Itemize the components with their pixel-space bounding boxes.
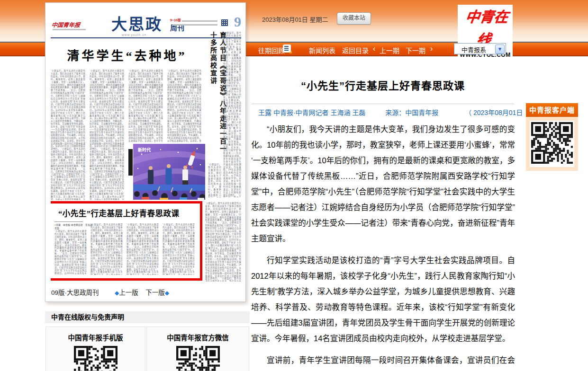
page-title: “小先生”行走基层上好青春思政课	[251, 77, 515, 92]
favorite-button[interactable]: 收藏本站	[337, 12, 371, 25]
paper-text-column: “小朋友们，我今天讲的主题是伟大变革，我们身边发生了很多可感的变化。10年前的我…	[54, 230, 87, 275]
series-select[interactable]: 中青报系 ▾	[454, 43, 506, 54]
series-select-value: 中青报系	[461, 45, 486, 54]
paper-header-line	[172, 24, 217, 26]
photo-tag	[128, 149, 133, 176]
app-promo-box: 中青报客户端	[526, 103, 578, 171]
chevron-down-icon[interactable]: ▾	[495, 44, 505, 54]
paper-bottom-nav: 09版·大思政周刊 ◆上一版 下一版◆	[51, 287, 169, 297]
paper-masthead: 大思政	[111, 17, 163, 33]
paper-text-column: “小朋友们，我今天讲的主题是伟大变革，我们身边发生了很多可感的变化。10年前的我…	[90, 70, 124, 200]
paper-page-label: 09版·大思政周刊	[51, 289, 99, 296]
next-page-link[interactable]: 下一版	[145, 289, 165, 296]
photo-word: 新时代	[138, 147, 151, 152]
nav-prev-issue[interactable]: 上一期	[380, 45, 399, 55]
highlight-headline: “小先生”行走基层上好青春思政课	[58, 207, 196, 219]
archive-list-icon[interactable]	[283, 44, 291, 53]
wechat-qr-card: 中国青年报官方微信	[146, 327, 249, 371]
highlight-byline-rule	[54, 221, 83, 222]
prev-page-diamond-icon: ◆	[115, 290, 119, 296]
paper-text-column: “小朋友们，我今天讲的主题是伟大变革，我们身边发生了很多可感的变化。10年前的我…	[223, 32, 241, 197]
date-label: 2023年08月01日 星期二	[262, 15, 328, 24]
paper-text-column: “小朋友们，我今天讲的主题是伟大变革，我们身边发生了很多可感的变化。10年前的我…	[128, 70, 163, 142]
page: 2023年08月01日 星期二 收藏本站 中青在线 WWW.CYOL.COM 往…	[0, 0, 588, 371]
wechat-qr-code	[176, 346, 220, 371]
app-promo-title: 中青报客户端	[526, 103, 578, 117]
mobile-qr-code	[74, 346, 118, 371]
paper-brand-logo: 中国青年报	[51, 20, 90, 28]
next-page-diamond-icon: ◆	[165, 290, 169, 296]
paper-brand-underline	[53, 29, 86, 30]
paragraph: 宣讲前，青年学生宣讲团每隔一段时间召开集体备课会，宣讲员们在会上回顾和复盘宣讲经…	[251, 353, 515, 371]
copyright-header: 中青在线版权与免责声明	[45, 311, 250, 323]
nav-back-toc[interactable]: 返回目录	[342, 45, 369, 55]
app-qr-code	[531, 122, 573, 164]
wechat-qr-title: 中国青年报官方微信	[147, 332, 249, 342]
prev-page-link[interactable]: 上一版	[119, 289, 138, 296]
mobile-qr-title: 中国青年报手机版	[46, 332, 145, 342]
paper-text-column: “小朋友们，我今天讲的主题是伟大变革，我们身边发生了很多可感的变化。10年前的我…	[208, 163, 221, 197]
meta-divider	[252, 104, 514, 104]
paper-photo: 新时代	[133, 144, 205, 200]
paper-text-column: “小朋友们，我今天讲的主题是伟大变革，我们身边发生了很多可感的变化。10年前的我…	[127, 223, 159, 275]
newspaper-page-image[interactable]: 中国青年报 大思政 9~10版 周刊 www.youth.cn 9 清华学生“去…	[51, 7, 241, 284]
nav-news-list[interactable]: 新闻列表	[309, 45, 335, 55]
paper-text-column: “小朋友们，我今天讲的主题是伟大变革，我们身边发生了很多可感的变化。10年前的我…	[163, 223, 195, 275]
article-meta: 王露 中青报·中青网记者 王海涵 王磊 来源：中国青年报 （ 2023年08月0…	[252, 107, 514, 117]
highlighted-article-region[interactable]: “小先生”行走基层上好青春思政课 □王露 中青报·中青网记者 王海涵 王磊 “小…	[51, 201, 202, 281]
highlight-byline: □王露 中青报·中青网记者 王海涵 王磊	[54, 223, 92, 230]
app-promo-body	[526, 117, 578, 171]
paper-text-column: “小朋友们，我今天讲的主题是伟大变革，我们身边发生了很多可感的变化。10年前的我…	[205, 202, 241, 282]
paper-pages-tag: 9~10版	[170, 18, 181, 22]
next-issue-arrow-icon[interactable]: ›	[430, 44, 433, 53]
article-body: “小朋友们，我今天讲的主题是伟大变革，我们身边发生了很多可感的变化。10年前的我…	[251, 122, 515, 371]
paper-main-headline: 清华学生“去种地”	[53, 46, 201, 63]
mobile-qr-card: 中国青年报手机版	[45, 327, 145, 371]
paper-site-url: www.youth.cn	[122, 33, 146, 36]
paragraph: “小朋友们，我今天讲的主题是伟大变革，我们身边发生了很多可感的变化。10年前的我…	[251, 122, 515, 247]
newspaper-panel: 中国青年报 大思政 9~10版 周刊 www.youth.cn 9 清华学生“去…	[45, 2, 246, 302]
article-source: 来源：中国青年报	[385, 107, 438, 117]
paper-text-column: “小朋友们，我今天讲的主题是伟大变革，我们身边发生了很多可感的变化。10年前的我…	[51, 70, 85, 200]
paper-page-number: 9	[234, 14, 241, 30]
paper-header-line	[182, 20, 217, 22]
paragraph: 行知学堂实践活动是该校打造的“青”字号大学生社会实践品牌项目。自2012年以来的…	[251, 253, 515, 346]
nav-archive[interactable]: 往期回顾	[258, 45, 285, 55]
prev-issue-arrow-icon[interactable]: ‹	[373, 44, 375, 53]
paper-text-column: “小朋友们，我今天讲的主题是伟大变革，我们身边发生了很多可感的变化。10年前的我…	[167, 70, 201, 142]
paper-text-column: “小朋友们，我今天讲的主题是伟大变革，我们身边发生了很多可感的变化。10年前的我…	[90, 223, 123, 275]
article-authors: 王露 中青报·中青网记者 王海涵 王磊	[258, 107, 365, 117]
paper-qr-icon	[221, 19, 228, 26]
nav-next-issue[interactable]: 下一期	[406, 45, 425, 55]
